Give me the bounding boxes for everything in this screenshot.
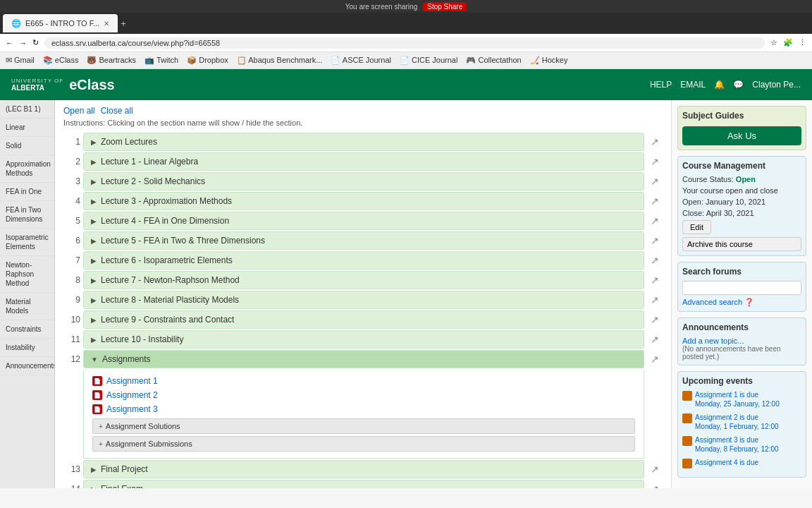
tab-close-button[interactable]: ✕: [104, 20, 109, 28]
stop-share-button[interactable]: Stop Share: [423, 2, 467, 11]
section-lecture7[interactable]: ▶ Lecture 7 - Newton-Raphson Method: [83, 271, 644, 289]
open-all-link[interactable]: Open all: [63, 106, 95, 116]
section-assignments[interactable]: ▼ Assignments: [83, 350, 644, 368]
share-icon-6[interactable]: ↗: [647, 235, 663, 246]
url-bar[interactable]: eclass.srv.ualberta.ca/course/view.php?i…: [44, 37, 765, 49]
bookmark-star-icon[interactable]: ☆: [770, 38, 777, 47]
share-icon-8[interactable]: ↗: [647, 274, 663, 286]
section-row-1: 1 ▶ Zoom Lectures ↗: [63, 133, 663, 151]
assignment-3-link[interactable]: 📄 Assignment 3: [92, 402, 635, 416]
section-lecture6[interactable]: ▶ Lecture 6 - Isoparametric Elements: [83, 251, 644, 270]
share-icon-13[interactable]: ↗: [647, 464, 663, 475]
bookmark-cice[interactable]: 📄 CICE Journal: [400, 56, 457, 65]
status-value: Open: [736, 175, 756, 183]
bookmark-collectathon[interactable]: 🎮 Collectathon: [466, 56, 521, 65]
sidebar-item-fea-two[interactable]: FEA in Two Dimensions: [0, 201, 54, 229]
course-status: Course Status: Open: [682, 175, 801, 183]
share-icon-7[interactable]: ↗: [647, 255, 663, 266]
section-lecture9[interactable]: ▶ Lecture 9 - Constraints and Contact: [83, 310, 644, 329]
bookmark-abaqus[interactable]: 📋 Abaqus Benchmark...: [237, 56, 323, 65]
back-button[interactable]: ←: [6, 39, 13, 47]
share-icon-5[interactable]: ↗: [647, 215, 663, 226]
notification-bell-icon[interactable]: 🔔: [714, 80, 725, 90]
section-num-7: 7: [63, 255, 80, 265]
assignment-submissions-section[interactable]: + Assignment Submissions: [92, 436, 635, 452]
sidebar-item-approx[interactable]: Approximation Methods: [0, 155, 54, 183]
section-final-project[interactable]: ▶ Final Project: [83, 460, 644, 478]
bookmark-eclass[interactable]: 📚 eClass: [43, 56, 79, 65]
share-icon-3[interactable]: ↗: [647, 176, 663, 187]
sidebar-item-linear[interactable]: Linear: [0, 119, 54, 137]
search-forums-input[interactable]: [682, 281, 801, 295]
assignment-solutions-section[interactable]: + Assignment Solutions: [92, 418, 635, 434]
add-topic-link[interactable]: Add a new topic...: [682, 337, 801, 345]
email-link[interactable]: EMAIL: [680, 80, 706, 90]
archive-button[interactable]: Archive this course: [682, 237, 801, 251]
sidebar-item-newton[interactable]: Newton-Raphson Method: [0, 256, 54, 293]
section-lecture4[interactable]: ▶ Lecture 4 - FEA in One Dimension: [83, 212, 644, 230]
announcements-widget: Announcements Add a new topic... (No ann…: [677, 318, 806, 365]
share-icon-14[interactable]: ↗: [647, 483, 663, 488]
share-icon-12[interactable]: ↗: [647, 353, 663, 365]
bookmark-gmail[interactable]: ✉ Gmail: [6, 56, 35, 65]
sidebar-item-solid[interactable]: Solid: [0, 137, 54, 155]
share-icon-11[interactable]: ↗: [647, 334, 663, 345]
share-icon-10[interactable]: ↗: [647, 314, 663, 325]
extensions-icon[interactable]: 🧩: [783, 38, 793, 47]
share-icon-4[interactable]: ↗: [647, 195, 663, 207]
arrow-icon-3: ▶: [91, 178, 97, 186]
event-item-4: Assignment 4 is due: [682, 458, 801, 468]
close-all-link[interactable]: Close all: [101, 106, 133, 116]
sidebar-item-fea-one[interactable]: FEA in One: [0, 183, 54, 201]
bookmark-beartracks[interactable]: 🐻 Beartracks: [87, 56, 136, 65]
section-lecture10[interactable]: ▶ Lecture 10 - Instability: [83, 330, 644, 349]
new-tab-button[interactable]: +: [121, 18, 126, 29]
course-management-title: Course Management: [682, 161, 801, 171]
section-lecture1[interactable]: ▶ Lecture 1 - Linear Algebra: [83, 152, 644, 171]
edit-button[interactable]: Edit: [682, 220, 711, 234]
bookmark-asce[interactable]: 📄 ASCE Journal: [331, 56, 391, 65]
bookmark-hockey[interactable]: 🏒 Hockey: [530, 56, 568, 65]
section-lecture5[interactable]: ▶ Lecture 5 - FEA in Two & Three Dimensi…: [83, 231, 644, 250]
event-4-text[interactable]: Assignment 4 is due: [695, 458, 758, 467]
ask-us-button[interactable]: Ask Us: [682, 126, 801, 145]
section-final-exam[interactable]: ▶ Final Exam: [83, 480, 644, 488]
bookmark-twitch[interactable]: 📺 Twitch: [144, 56, 178, 65]
event-item-3: Assignment 3 is due Monday, 8 February, …: [682, 435, 801, 454]
sidebar-item-iso[interactable]: Isoparametric Elements: [0, 229, 54, 256]
share-icon-1[interactable]: ↗: [647, 136, 663, 147]
section-lecture2[interactable]: ▶ Lecture 2 - Solid Mechanics: [83, 172, 644, 190]
section-label-6: Lecture 5 - FEA in Two & Three Dimension…: [101, 236, 265, 246]
section-label-12: Assignments: [102, 354, 151, 364]
section-lecture8[interactable]: ▶ Lecture 8 - Material Plasticity Models: [83, 291, 644, 309]
sidebar-item-announcements[interactable]: Announcements: [0, 357, 54, 375]
screen-share-bar: You are screen sharing Stop Share: [0, 0, 812, 13]
section-num-5: 5: [63, 216, 80, 226]
refresh-button[interactable]: ↻: [32, 38, 39, 47]
chat-icon[interactable]: 💬: [733, 80, 744, 90]
sidebar-item-material[interactable]: Material Models: [0, 293, 54, 320]
menu-icon[interactable]: ⋮: [799, 38, 806, 47]
sidebar-item-lec[interactable]: (LEC B1 1): [0, 100, 54, 119]
event-3-text[interactable]: Assignment 3 is due Monday, 8 February, …: [695, 435, 779, 454]
solutions-label: Assignment Solutions: [106, 422, 180, 430]
event-1-text[interactable]: Assignment 1 is due Monday, 25 January, …: [695, 390, 780, 409]
section-zoom-lectures[interactable]: ▶ Zoom Lectures: [83, 133, 644, 151]
bookmark-dropbox[interactable]: 📦 Dropbox: [187, 56, 228, 65]
section-label-14: Final Exam: [101, 484, 143, 488]
share-icon-9[interactable]: ↗: [647, 294, 663, 306]
subject-guides-title: Subject Guides: [682, 111, 801, 121]
event-2-text[interactable]: Assignment 2 is due Monday, 1 February, …: [695, 413, 779, 431]
user-menu[interactable]: Clayton Pe...: [752, 80, 801, 90]
sidebar-item-instability[interactable]: Instability: [0, 339, 54, 357]
help-link[interactable]: HELP: [650, 80, 672, 90]
share-icon-2[interactable]: ↗: [647, 156, 663, 167]
assignment-2-link[interactable]: 📄 Assignment 2: [92, 388, 635, 402]
forward-button[interactable]: →: [19, 39, 27, 47]
sidebar-item-constraints[interactable]: Constraints: [0, 320, 54, 339]
advanced-search-link[interactable]: Advanced search ❓: [682, 298, 801, 307]
section-lecture3[interactable]: ▶ Lecture 3 - Approximation Methods: [83, 192, 644, 210]
active-tab[interactable]: 🌐 E665 - INTRO TO F... ✕: [3, 14, 118, 32]
app-name[interactable]: eClass: [69, 77, 115, 93]
assignment-1-link[interactable]: 📄 Assignment 1: [92, 374, 635, 388]
